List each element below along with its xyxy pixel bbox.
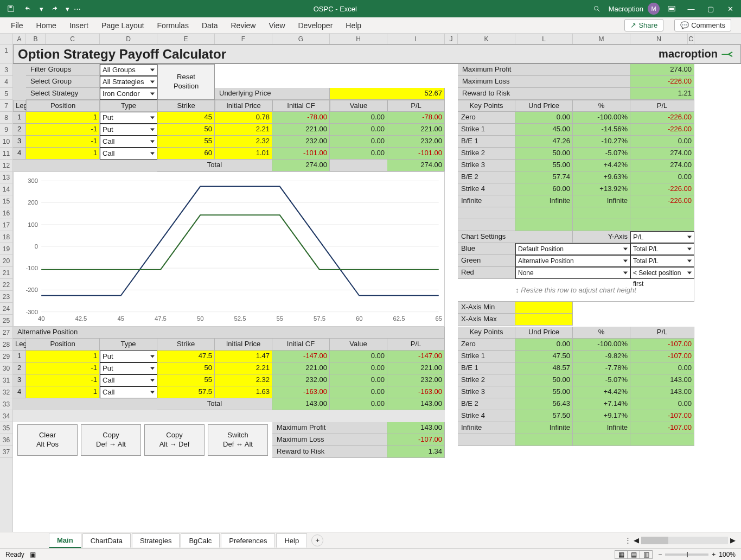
leg-2-type[interactable]: Put (100, 124, 157, 136)
row-header[interactable]: 35 (0, 422, 12, 434)
leg-1-strike[interactable]: 45 (157, 112, 215, 124)
page-break-icon[interactable]: ▥ (640, 550, 653, 559)
alt-leg-1-type[interactable]: Put (100, 351, 157, 362)
alt-leg-2-strike[interactable]: 50 (157, 362, 215, 374)
col-header[interactable]: C (46, 34, 100, 44)
select-strategy-dropdown[interactable]: Iron Condor (100, 88, 157, 100)
ribbon-tab-developer[interactable]: Developer (297, 19, 334, 32)
underlying-price-value[interactable]: 52.67 (330, 88, 445, 100)
leg-4-strike[interactable]: 60 (157, 148, 215, 160)
row-header[interactable]: 31 (0, 374, 12, 386)
sheet-tab-main[interactable]: Main (49, 533, 81, 548)
leg-1-type[interactable]: Put (100, 112, 157, 124)
col-header[interactable]: E (157, 34, 215, 44)
col-header[interactable]: B (26, 34, 46, 44)
row-header[interactable]: 36 (0, 434, 12, 446)
close-icon[interactable]: ✕ (723, 2, 738, 16)
sheet-tab-strategies[interactable]: Strategies (132, 533, 180, 548)
leg-2-position[interactable]: -1 (26, 124, 100, 136)
zoom-slider[interactable] (665, 553, 708, 556)
row-header[interactable]: 33 (0, 398, 12, 410)
row-header[interactable]: 34 (0, 410, 12, 422)
alt-leg-1-position[interactable]: 1 (26, 351, 100, 362)
row-header[interactable]: 24 (0, 303, 12, 315)
select-all[interactable] (0, 34, 13, 44)
leg-4-initial-price[interactable]: 1.01 (215, 148, 272, 160)
leg-3-type[interactable]: Call (100, 136, 157, 148)
row-header[interactable]: 7 (0, 100, 12, 112)
col-header[interactable]: C (688, 34, 694, 44)
col-header[interactable]: L (515, 34, 573, 44)
row-header[interactable]: 23 (0, 291, 12, 303)
leg-4-type[interactable]: Call (100, 148, 157, 160)
alt-leg-4-type[interactable]: Call (100, 386, 157, 398)
undo-icon[interactable] (21, 2, 36, 16)
ribbon-tab-formulas[interactable]: Formulas (156, 19, 190, 32)
row-header[interactable]: 20 (0, 255, 12, 267)
copy-def-alt-button[interactable]: CopyDef → Alt (81, 424, 141, 456)
row-header[interactable]: 10 (0, 136, 12, 148)
row-header[interactable]: 29 (0, 351, 12, 362)
normal-view-icon[interactable]: ▦ (615, 550, 628, 559)
filter-groups-dropdown[interactable]: All Groups (100, 64, 157, 76)
blue-metric-dropdown[interactable]: Total P/L (630, 243, 694, 255)
row-header[interactable]: 18 (0, 231, 12, 243)
col-header[interactable]: D (100, 34, 157, 44)
macro-rec-icon[interactable]: ▣ (30, 551, 36, 558)
row-header[interactable]: 1 (0, 44, 12, 64)
ribbon-tab-file[interactable]: File (10, 19, 24, 32)
row-header[interactable]: 37 (0, 446, 12, 458)
leg-4-position[interactable]: 1 (26, 148, 100, 160)
alt-leg-3-strike[interactable]: 55 (157, 374, 215, 386)
row-header[interactable]: 28 (0, 339, 12, 351)
select-group-dropdown[interactable]: All Strategies (100, 76, 157, 88)
yaxis-dropdown[interactable]: P/L (630, 231, 694, 243)
ribbon-tab-home[interactable]: Home (35, 19, 58, 32)
reset-position-button[interactable]: ResetPosition (157, 64, 215, 100)
leg-2-strike[interactable]: 50 (157, 124, 215, 136)
col-header[interactable]: M (573, 34, 630, 44)
alt-leg-2-type[interactable]: Put (100, 362, 157, 374)
row-header[interactable]: 12 (0, 160, 12, 171)
chevron-down-icon[interactable]: ▾ (64, 2, 71, 16)
alt-leg-3-type[interactable]: Call (100, 374, 157, 386)
row-header[interactable]: 30 (0, 362, 12, 374)
leg-3-position[interactable]: -1 (26, 136, 100, 148)
row-header[interactable]: 17 (0, 219, 12, 231)
chevron-down-icon[interactable]: ▾ (38, 2, 44, 16)
alt-leg-1-strike[interactable]: 47.5 (157, 351, 215, 362)
leg-3-strike[interactable]: 55 (157, 136, 215, 148)
sheet-tab-bgcalc[interactable]: BgCalc (181, 533, 220, 548)
zoom-level[interactable]: 100% (719, 551, 736, 558)
row-header[interactable]: 5 (0, 88, 12, 100)
row-header[interactable]: 21 (0, 267, 12, 279)
ribbon-tab-page-layout[interactable]: Page Layout (100, 19, 145, 32)
green-metric-dropdown[interactable]: Total P/L (630, 255, 694, 267)
col-header[interactable]: G (272, 34, 330, 44)
col-header[interactable]: I (387, 34, 445, 44)
row-header[interactable]: 27 (0, 327, 12, 339)
alt-leg-4-initial-price[interactable]: 1.63 (215, 386, 272, 398)
row-header[interactable]: 8 (0, 112, 12, 124)
ribbon-tab-view[interactable]: View (267, 19, 286, 32)
row-header[interactable]: 11 (0, 148, 12, 160)
redo-icon[interactable] (47, 2, 62, 16)
comments-button[interactable]: 💬Comments (674, 19, 731, 31)
col-header[interactable]: F (215, 34, 272, 44)
sheet-tab-help[interactable]: Help (276, 533, 307, 548)
alt-leg-2-initial-price[interactable]: 2.21 (215, 362, 272, 374)
alt-leg-4-strike[interactable]: 57.5 (157, 386, 215, 398)
maximize-icon[interactable]: ▢ (703, 2, 718, 16)
col-header[interactable]: K (458, 34, 515, 44)
ribbon-tab-insert[interactable]: Insert (68, 19, 90, 32)
switch-def-alt-button[interactable]: SwitchDef ↔ Alt (208, 424, 268, 456)
alt-leg-2-position[interactable]: -1 (26, 362, 100, 374)
ribbon-options-icon[interactable] (664, 2, 679, 16)
row-header[interactable]: 25 (0, 315, 12, 327)
h-scrollbar[interactable] (641, 537, 728, 544)
customize-qat-icon[interactable]: ⋯ (73, 2, 81, 16)
row-header[interactable]: 14 (0, 183, 12, 195)
user-avatar[interactable]: M (648, 3, 660, 15)
save-icon[interactable] (3, 2, 18, 16)
col-header[interactable]: N (630, 34, 688, 44)
